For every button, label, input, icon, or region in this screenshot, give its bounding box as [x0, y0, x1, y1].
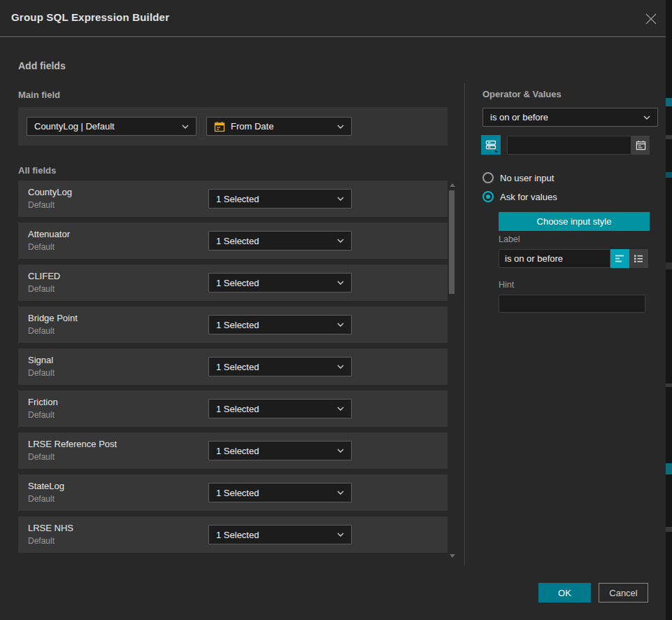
scroll-up-arrow-icon[interactable]	[450, 183, 455, 187]
field-subtitle: Default	[28, 242, 55, 252]
field-name: Bridge Point	[28, 313, 78, 323]
chevron-down-icon	[643, 115, 650, 120]
background-fragment	[666, 98, 672, 106]
field-row: Friction Default 1 Selected	[18, 390, 448, 427]
radio-checked-icon	[482, 191, 494, 202]
field-name: CLIFED	[28, 271, 60, 281]
field-values-select[interactable]: 1 Selected	[208, 525, 352, 544]
field-subtitle: Default	[28, 410, 55, 420]
field-subtitle: Default	[28, 536, 55, 546]
radio-unchecked-icon	[482, 172, 494, 183]
field-values-select[interactable]: 1 Selected	[208, 315, 352, 334]
chevron-down-icon	[182, 125, 189, 129]
scrollbar-thumb[interactable]	[449, 190, 455, 294]
ask-for-values-label: Ask for values	[500, 192, 557, 202]
panel-divider	[464, 83, 465, 565]
chevron-down-icon	[337, 533, 344, 537]
chevron-down-icon	[337, 323, 344, 327]
field-values-select[interactable]: 1 Selected	[208, 189, 352, 209]
field-subtitle: Default	[28, 284, 55, 294]
background-fragment	[666, 463, 672, 474]
main-date-field-select[interactable]: From Date	[206, 117, 352, 136]
close-button[interactable]	[642, 10, 660, 28]
field-name: StateLog	[28, 481, 64, 491]
value-list-style-button[interactable]	[629, 249, 648, 268]
field-name: Attenuator	[28, 229, 70, 239]
main-date-field-value: From Date	[231, 121, 273, 132]
dialog-titlebar: Group SQL Expression Builder	[0, 0, 666, 37]
close-icon	[645, 13, 657, 25]
label-input[interactable]	[499, 249, 610, 268]
field-values-select[interactable]: 1 Selected	[208, 399, 352, 418]
chevron-down-icon	[337, 125, 344, 129]
calendar-icon	[636, 140, 646, 150]
field-name: Signal	[28, 355, 53, 365]
operator-select-value: is on or before	[490, 112, 548, 122]
field-row: LRSE NHS Default 1 Selected	[18, 516, 448, 553]
background-strip	[666, 0, 672, 620]
fields-list-scrollbar[interactable]	[448, 181, 457, 561]
field-row: CLIFED Default 1 Selected	[18, 265, 448, 301]
main-layer-select[interactable]: CountyLog | Default	[27, 117, 196, 136]
date-value-input[interactable]	[507, 136, 631, 155]
group-sql-expression-builder-dialog: Group SQL Expression Builder Add fields …	[0, 0, 666, 620]
field-name: LRSE Reference Post	[28, 439, 117, 449]
no-user-input-label: No user input	[500, 173, 554, 183]
bullet-list-icon	[634, 254, 644, 263]
field-values-select[interactable]: 1 Selected	[208, 231, 352, 251]
choose-input-style-button[interactable]: Choose input style	[499, 212, 650, 231]
calendar-icon	[214, 121, 225, 132]
field-subtitle: Default	[28, 368, 55, 378]
chevron-down-icon	[337, 491, 344, 495]
cancel-button[interactable]: Cancel	[599, 583, 648, 603]
field-values-select[interactable]: 1 Selected	[208, 273, 352, 293]
chevron-down-icon	[337, 407, 344, 411]
ask-for-values-radio[interactable]: Ask for values	[482, 191, 557, 202]
add-fields-heading: Add fields	[18, 60, 66, 71]
field-row: LRSE Reference Post Default 1 Selected	[18, 432, 448, 469]
field-values-select[interactable]: 1 Selected	[208, 441, 352, 460]
background-fragment	[666, 262, 672, 269]
field-values-selected-count: 1 Selected	[216, 278, 259, 288]
background-fragment	[666, 172, 672, 178]
dialog-title: Group SQL Expression Builder	[11, 11, 169, 23]
field-values-select[interactable]: 1 Selected	[208, 357, 352, 376]
ok-button[interactable]: OK	[538, 583, 591, 603]
background-fragment	[666, 527, 672, 532]
main-field-heading: Main field	[18, 90, 60, 100]
field-row: Attenuator Default 1 Selected	[18, 223, 448, 259]
main-field-box: CountyLog | Default From Date	[18, 107, 448, 146]
field-values-selected-count: 1 Selected	[216, 446, 259, 456]
all-fields-heading: All fields	[18, 165, 56, 176]
field-subtitle: Default	[28, 326, 55, 336]
chevron-down-icon	[337, 365, 344, 369]
background-fragment	[666, 383, 672, 387]
hint-caption: Hint	[499, 280, 514, 290]
field-subtitle: Default	[28, 494, 55, 504]
field-name: LRSE NHS	[28, 523, 73, 533]
scroll-down-arrow-icon[interactable]	[450, 554, 455, 558]
chevron-down-icon	[337, 281, 344, 285]
field-subtitle: Default	[28, 200, 55, 210]
field-row: Bridge Point Default 1 Selected	[18, 307, 448, 343]
operator-values-panel: Operator & Values is on or before	[482, 83, 658, 572]
hint-input[interactable]	[499, 295, 645, 313]
chevron-down-icon	[337, 239, 344, 243]
label-caption: Label	[499, 234, 520, 244]
field-values-selected-count: 1 Selected	[216, 194, 259, 204]
value-input-type-button[interactable]	[481, 135, 501, 155]
field-values-selected-count: 1 Selected	[216, 488, 259, 498]
field-values-selected-count: 1 Selected	[216, 404, 259, 414]
single-value-style-button[interactable]	[610, 249, 629, 268]
field-values-selected-count: 1 Selected	[216, 362, 259, 372]
field-name: Friction	[28, 397, 58, 407]
date-picker-button[interactable]	[631, 136, 650, 155]
field-values-select[interactable]: 1 Selected	[208, 483, 352, 502]
operator-select[interactable]: is on or before	[482, 108, 658, 127]
chevron-down-icon	[337, 197, 344, 201]
field-values-selected-count: 1 Selected	[216, 236, 259, 246]
field-values-selected-count: 1 Selected	[216, 530, 259, 540]
operator-values-heading: Operator & Values	[482, 89, 562, 99]
chevron-down-icon	[337, 449, 344, 453]
no-user-input-radio[interactable]: No user input	[482, 172, 554, 183]
